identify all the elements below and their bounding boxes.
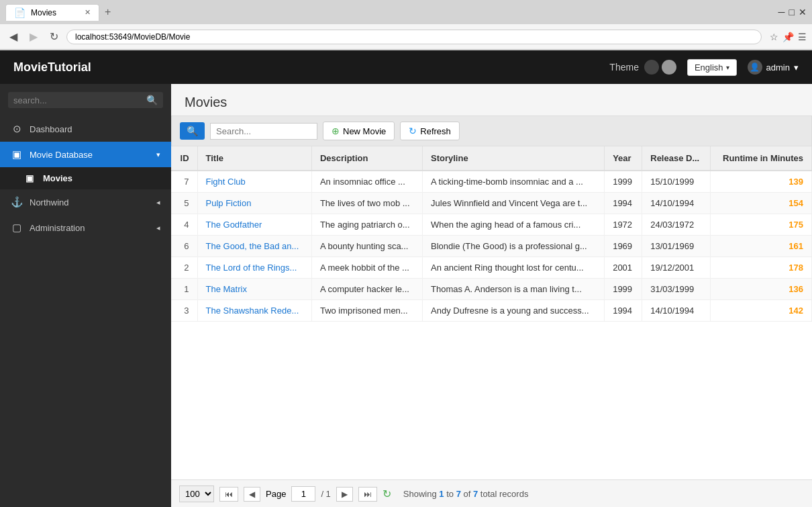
new-movie-label: New Movie [343,126,386,136]
theme-toggle[interactable] [644,60,676,75]
sidebar-search-container: 🔍 [0,84,171,116]
page-input[interactable] [291,486,315,502]
movie-link[interactable]: The Godfather [206,220,262,230]
runtime-value: 154 [789,198,803,208]
sidebar-subitem-movies[interactable]: ▣ Movies [0,167,171,189]
cell-release-date: 19/12/2001 [642,257,711,279]
table-header-row: ID Title Description Storyline Year Rele… [171,146,812,171]
sidebar-search-input[interactable] [13,95,146,105]
theme-light-dot[interactable] [662,60,676,75]
cell-release-date: 15/10/1999 [642,171,711,193]
last-page-btn[interactable]: ⏭ [358,487,377,502]
theme-label: Theme [609,62,639,73]
language-btn[interactable]: English ▾ [687,59,737,76]
forward-btn[interactable]: ▶ [26,29,42,44]
movie-link[interactable]: Pulp Fiction [206,198,252,208]
toolbar-search-input[interactable] [210,123,317,140]
sidebar-subitem-movies-label: Movies [43,173,72,183]
reload-btn[interactable]: ↻ [46,29,62,44]
cell-year: 2001 [605,257,642,279]
first-page-btn[interactable]: ⏮ [219,487,238,502]
page-showing-of-label: of [464,489,473,499]
cell-title[interactable]: The Lord of the Rings... [197,257,311,279]
sidebar-search-wrapper: 🔍 [8,92,163,108]
sidebar-search-btn[interactable]: 🔍 [146,95,158,105]
refresh-btn[interactable]: ↻ Refresh [400,122,460,140]
pagination: 25 50 100 250 ⏮ ◀ Page / 1 ▶ ⏭ ↻ Showing… [171,479,812,507]
minimize-btn[interactable]: ─ [778,7,785,17]
col-storyline: Storyline [423,146,605,171]
theme-dark-dot[interactable] [644,60,659,75]
sidebar-item-northwind[interactable]: ⚓ Northwind ◂ [0,189,171,215]
runtime-value: 139 [789,177,803,187]
cell-release-date: 24/03/1972 [642,214,711,236]
table-row[interactable]: 3 The Shawshank Rede... Two imprisoned m… [171,300,812,322]
movie-link[interactable]: The Lord of the Rings... [206,263,297,273]
toolbar-search-btn[interactable]: 🔍 [180,122,205,140]
cell-title[interactable]: Pulp Fiction [197,193,311,214]
table-row[interactable]: 4 The Godfather The aging patriarch o...… [171,214,812,236]
app-container: MovieTutorial Theme English ▾ 👤 admin ▾ … [0,50,812,507]
table-row[interactable]: 5 Pulp Fiction The lives of two mob ... … [171,193,812,214]
page-size-select[interactable]: 25 50 100 250 [179,486,214,502]
new-movie-btn[interactable]: ⊕ New Movie [323,122,395,140]
sidebar-item-movie-database-label: Movie Database [30,150,150,160]
sidebar-item-dashboard-label: Dashboard [30,124,160,134]
sidebar-item-dashboard[interactable]: ⊙ Dashboard [0,116,171,142]
page-showing-from: 1 [439,489,444,499]
runtime-value: 142 [789,306,803,316]
movie-link[interactable]: The Good, the Bad an... [206,241,299,251]
movie-link[interactable]: The Shawshank Rede... [206,306,299,316]
runtime-value: 136 [789,284,803,294]
movie-link[interactable]: The Matrix [206,284,247,294]
cell-runtime: 154 [711,193,812,214]
browser-tab[interactable]: 📄 Movies ✕ [5,4,99,21]
sidebar-submenu-movies: ▣ Movies [0,167,171,189]
col-title: Title [197,146,311,171]
lang-label: English [695,62,723,73]
administration-icon: ▢ [11,222,23,234]
close-btn[interactable]: ✕ [799,7,807,17]
cell-year: 1994 [605,300,642,322]
movie-database-icon: ▣ [11,148,23,160]
user-menu-btn[interactable]: 👤 admin ▾ [748,60,799,75]
cell-storyline: When the aging head of a famous cri... [423,214,605,236]
prev-page-btn[interactable]: ◀ [244,487,260,502]
sidebar-item-movie-database[interactable]: ▣ Movie Database ▾ [0,142,171,167]
sidebar-item-administration[interactable]: ▢ Administration ◂ [0,215,171,240]
table-row[interactable]: 2 The Lord of the Rings... A meek hobbit… [171,257,812,279]
pin-btn[interactable]: 📌 [782,32,794,42]
table-row[interactable]: 1 The Matrix A computer hacker le... Tho… [171,279,812,300]
next-page-btn[interactable]: ▶ [336,487,353,502]
table-row[interactable]: 6 The Good, the Bad an... A bounty hunti… [171,236,812,257]
back-btn[interactable]: ◀ [5,29,21,44]
movie-link[interactable]: Fight Club [206,177,246,187]
cell-title[interactable]: The Good, the Bad an... [197,236,311,257]
tab-title: Movies [31,8,56,17]
sidebar-item-northwind-label: Northwind [30,197,150,208]
address-bar[interactable] [66,30,762,44]
nav-icons: ☆ 📌 ☰ [770,32,807,42]
tab-close-btn[interactable]: ✕ [85,8,91,17]
cell-release-date: 14/10/1994 [642,300,711,322]
cell-title[interactable]: The Shawshank Rede... [197,300,311,322]
bookmark-star-btn[interactable]: ☆ [770,32,778,42]
menu-btn[interactable]: ☰ [798,32,807,42]
table-row[interactable]: 7 Fight Club An insomniac office ... A t… [171,171,812,193]
cell-runtime: 139 [711,171,812,193]
cell-title[interactable]: The Godfather [197,214,311,236]
cell-title[interactable]: The Matrix [197,279,311,300]
cell-id: 7 [171,171,197,193]
page-showing-of: 7 [473,489,478,499]
cell-description: The aging patriarch o... [311,214,422,236]
pagination-refresh-icon[interactable]: ↻ [383,488,391,500]
maximize-btn[interactable]: □ [789,7,795,17]
dashboard-icon: ⊙ [11,123,23,135]
tab-icon: 📄 [14,7,26,18]
new-tab-btn[interactable]: + [99,3,116,21]
cell-title[interactable]: Fight Club [197,171,311,193]
cell-id: 1 [171,279,197,300]
cell-year: 1969 [605,236,642,257]
page-showing-to-label: to [446,489,456,499]
cell-storyline: Blondie (The Good) is a professional g..… [423,236,605,257]
